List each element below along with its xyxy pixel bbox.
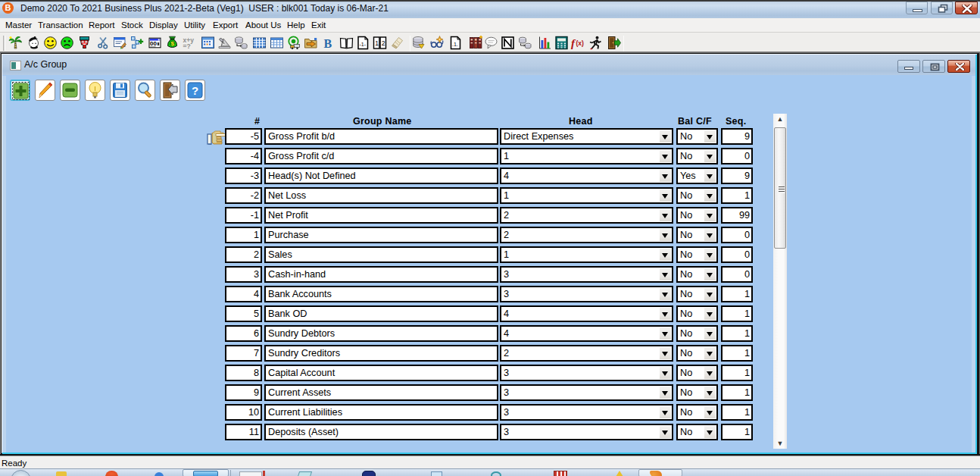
svg-text:2: 2 xyxy=(382,39,385,47)
svg-text:$: $ xyxy=(171,40,175,47)
svg-text:00: 00 xyxy=(150,40,157,47)
svg-text:.1.: .1. xyxy=(452,42,458,47)
svg-text:=?: =? xyxy=(183,42,191,50)
svg-text:B: B xyxy=(324,37,332,50)
svg-text:1: 1 xyxy=(375,39,379,47)
svg-text:(x): (x) xyxy=(576,39,585,47)
svg-text:-1-: -1- xyxy=(360,42,367,47)
svg-text:?: ? xyxy=(192,84,198,97)
